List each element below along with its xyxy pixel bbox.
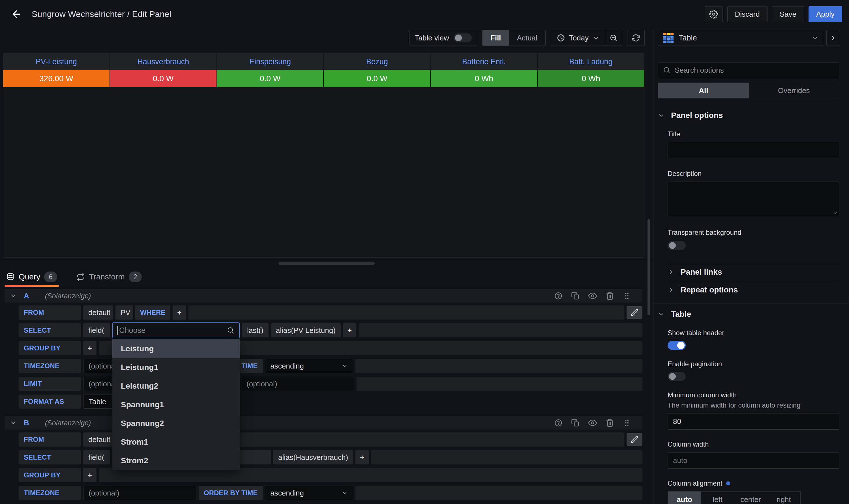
- from-measurement-segment[interactable]: PV: [116, 305, 133, 320]
- pagination-toggle[interactable]: [668, 372, 686, 381]
- orderby-select[interactable]: ascending: [265, 359, 353, 373]
- help-circle-icon[interactable]: [554, 419, 563, 427]
- panel-links-section[interactable]: Panel links: [668, 263, 839, 281]
- discard-button[interactable]: Discard: [727, 6, 767, 22]
- refresh-button[interactable]: [627, 30, 645, 46]
- query-a-select-row: SELECT field( Choose last() alias(PV-Lei…: [19, 323, 642, 337]
- transform-icon: [76, 273, 85, 281]
- description-field-label: Description: [668, 170, 839, 178]
- tab-transform[interactable]: Transform 2: [75, 271, 143, 287]
- time-range-picker[interactable]: Today: [551, 30, 605, 46]
- time-range-label: Today: [569, 34, 589, 42]
- dropdown-option[interactable]: Strom2: [112, 451, 240, 470]
- table-view-toggle[interactable]: [454, 33, 472, 42]
- orderby-select[interactable]: ascending: [265, 486, 353, 500]
- description-textarea[interactable]: [668, 182, 839, 216]
- column-header[interactable]: Batterie Entl.: [431, 53, 538, 70]
- show-header-toggle[interactable]: [668, 341, 686, 350]
- alias-segment[interactable]: alias(PV-Leistung): [271, 323, 341, 337]
- limit-label: LIMIT: [19, 377, 81, 391]
- alias-segment[interactable]: alias(Hausverbrauch): [273, 450, 353, 464]
- query-b-header[interactable]: B (Solaranzeige): [4, 416, 642, 430]
- where-segment[interactable]: WHERE: [135, 305, 170, 320]
- add-condition-segment[interactable]: +: [173, 305, 186, 320]
- panel-settings-button[interactable]: [705, 6, 723, 22]
- groupby-label: GROUP BY: [19, 468, 81, 482]
- dropdown-option[interactable]: Spannung2: [112, 414, 240, 433]
- add-field-segment[interactable]: +: [343, 323, 356, 337]
- column-header[interactable]: Bezug: [324, 53, 431, 70]
- table-cell: 0 Wh: [431, 70, 538, 87]
- save-button[interactable]: Save: [772, 6, 804, 22]
- dropdown-option[interactable]: Spannung1: [112, 395, 240, 414]
- main-area: Table view Fill Actual Today: [0, 28, 653, 504]
- title-input[interactable]: [668, 142, 839, 158]
- edit-query-button[interactable]: [626, 433, 642, 446]
- dropdown-option[interactable]: Strom1: [112, 433, 240, 451]
- timezone-input[interactable]: (optional): [83, 486, 196, 500]
- tab-query[interactable]: Query 6: [4, 271, 59, 287]
- collapse-options-button[interactable]: [826, 30, 840, 46]
- transparent-bg-toggle[interactable]: [668, 241, 686, 250]
- eye-icon[interactable]: [588, 418, 597, 427]
- column-header[interactable]: Hausverbrauch: [110, 53, 217, 70]
- back-button[interactable]: [8, 6, 24, 22]
- column-header[interactable]: PV-Leistung: [3, 53, 110, 70]
- filter-overrides[interactable]: Overrides: [749, 83, 839, 98]
- repeat-options-section[interactable]: Repeat options: [668, 281, 839, 299]
- filter-all[interactable]: All: [658, 83, 749, 98]
- dropdown-option[interactable]: Leistung: [112, 339, 240, 358]
- search-input[interactable]: [675, 66, 835, 75]
- copy-icon[interactable]: [571, 292, 580, 300]
- viz-picker-dropdown[interactable]: Table: [658, 30, 824, 46]
- slimit-input[interactable]: (optional): [241, 377, 354, 391]
- min-col-width-input[interactable]: [668, 413, 839, 430]
- grafana-edit-panel: Sungrow Wechselrichter / Edit Panel Disc…: [0, 0, 849, 504]
- add-groupby-segment[interactable]: +: [83, 341, 96, 355]
- copy-icon[interactable]: [571, 419, 580, 427]
- select-label: SELECT: [19, 323, 81, 337]
- field-choose-input[interactable]: Choose: [112, 322, 240, 338]
- eye-icon[interactable]: [588, 291, 597, 300]
- col-width-label: Column width: [668, 440, 839, 448]
- query-a-header[interactable]: A (Solaranzeige): [4, 289, 642, 303]
- trash-icon[interactable]: [606, 292, 614, 300]
- table-section-title: Table: [671, 310, 691, 319]
- add-groupby-segment[interactable]: +: [83, 468, 96, 482]
- panel-options-header[interactable]: Panel options: [658, 111, 839, 120]
- align-left[interactable]: left: [701, 491, 734, 504]
- grip-icon[interactable]: [623, 292, 631, 300]
- formatas-value: Table: [89, 397, 106, 406]
- from-policy-segment[interactable]: default: [83, 305, 113, 320]
- apply-button[interactable]: Apply: [809, 6, 842, 22]
- grip-icon[interactable]: [623, 419, 631, 427]
- dropdown-option[interactable]: Leistung2: [112, 377, 240, 395]
- field-segment[interactable]: field(: [83, 450, 110, 464]
- main-scrollbar[interactable]: [648, 219, 650, 316]
- zoom-out-button[interactable]: [605, 30, 622, 46]
- chevron-right-icon: [830, 34, 837, 41]
- align-right[interactable]: right: [767, 491, 800, 504]
- align-center[interactable]: center: [734, 491, 767, 504]
- col-width-input[interactable]: [668, 452, 839, 469]
- actual-option[interactable]: Actual: [509, 30, 545, 46]
- column-header[interactable]: Batt. Ladung: [538, 53, 644, 70]
- from-label: FROM: [19, 432, 81, 447]
- trash-icon[interactable]: [606, 419, 614, 427]
- splitter-handle[interactable]: [279, 262, 375, 265]
- help-circle-icon[interactable]: [554, 292, 563, 300]
- add-field-segment[interactable]: +: [355, 450, 369, 464]
- options-search[interactable]: [658, 62, 839, 78]
- dropdown-option[interactable]: Leistung1: [112, 358, 240, 377]
- align-auto[interactable]: auto: [668, 491, 701, 504]
- query-datasource: (Solaranzeige): [45, 292, 91, 300]
- table-section-header[interactable]: Table: [658, 310, 839, 319]
- fill-option[interactable]: Fill: [482, 30, 509, 46]
- field-segment[interactable]: field(: [83, 323, 110, 337]
- edit-query-button[interactable]: [626, 306, 642, 319]
- aggregation-segment[interactable]: last(): [242, 323, 269, 337]
- column-header[interactable]: Einspeisung: [217, 53, 324, 70]
- from-policy-segment[interactable]: default: [83, 432, 113, 447]
- row-filler: [355, 486, 642, 500]
- search-icon: [227, 326, 235, 334]
